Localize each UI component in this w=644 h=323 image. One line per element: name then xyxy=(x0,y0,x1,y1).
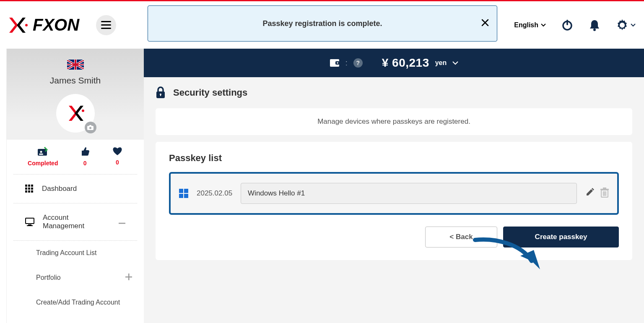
svg-rect-30 xyxy=(119,223,125,224)
profile-stats: Completed 0 0 xyxy=(13,140,137,175)
svg-point-14 xyxy=(89,127,91,129)
collapse-icon xyxy=(119,218,125,226)
stat-favs-value: 0 xyxy=(116,159,119,166)
balance-currency: yen xyxy=(435,59,447,67)
button-row: < Back Create passkey xyxy=(169,227,619,247)
lock-icon xyxy=(156,86,166,99)
svg-rect-23 xyxy=(31,188,33,190)
passkey-date: 2025.02.05 xyxy=(197,189,232,198)
chevron-down-icon[interactable] xyxy=(452,61,458,65)
nav-create-add-trading-account[interactable]: Create/Add Trading Account xyxy=(7,290,144,315)
nav-label: Trading Account List xyxy=(36,249,96,257)
delete-passkey-button[interactable] xyxy=(600,188,609,199)
svg-rect-45 xyxy=(605,191,606,196)
nav-dashboard[interactable]: Dashboard xyxy=(13,175,137,203)
avatar[interactable] xyxy=(56,94,95,133)
svg-point-0 xyxy=(25,24,28,26)
camera-icon xyxy=(87,125,93,130)
wallet-icon xyxy=(330,59,340,67)
sidebar-profile: James Smith xyxy=(7,49,144,140)
language-selector[interactable]: English xyxy=(514,21,546,29)
avatar-logo-icon xyxy=(65,102,86,124)
svg-rect-25 xyxy=(28,190,30,193)
pencil-icon xyxy=(585,188,595,197)
toast-close-button[interactable] xyxy=(481,18,489,29)
svg-rect-19 xyxy=(28,185,30,187)
svg-rect-42 xyxy=(603,188,606,189)
svg-point-16 xyxy=(40,151,42,153)
passkey-list-title: Passkey list xyxy=(169,153,619,164)
svg-rect-18 xyxy=(25,185,27,187)
windows-icon xyxy=(179,189,188,198)
toast-message: Passkey registration is complete. xyxy=(262,19,382,28)
passkey-row: 2025.02.05 Windows Hello #1 xyxy=(169,172,619,215)
chevron-down-icon xyxy=(541,23,546,27)
bell-icon[interactable] xyxy=(589,19,600,31)
power-icon[interactable] xyxy=(561,19,574,31)
settings-menu[interactable] xyxy=(615,18,636,32)
language-label: English xyxy=(514,21,538,29)
hamburger-icon xyxy=(101,21,111,29)
passkey-name-field[interactable]: Windows Hello #1 xyxy=(241,183,577,204)
thumbs-up-icon xyxy=(80,146,90,156)
gear-icon xyxy=(615,18,629,32)
page-heading: Security settings xyxy=(156,86,632,99)
heart-icon xyxy=(112,146,123,156)
svg-point-10 xyxy=(337,62,338,64)
stat-status-label: Completed xyxy=(28,160,58,167)
sidebar: James Smith Comp xyxy=(6,49,144,323)
svg-rect-3 xyxy=(101,28,111,29)
svg-rect-27 xyxy=(26,218,34,224)
svg-rect-43 xyxy=(603,191,604,196)
svg-rect-20 xyxy=(31,185,33,187)
svg-rect-35 xyxy=(160,94,161,96)
nav-account-management[interactable]: Account Management xyxy=(13,203,137,241)
close-icon xyxy=(481,18,489,27)
logo-mark-icon xyxy=(7,16,29,34)
camera-badge[interactable] xyxy=(85,122,96,133)
menu-toggle-button[interactable] xyxy=(96,15,116,35)
logo-text: FXON xyxy=(33,16,79,34)
toast-notification: Passkey registration is complete. xyxy=(148,5,497,42)
nav-label: Create/Add Trading Account xyxy=(36,299,120,306)
logo: FXON xyxy=(7,16,79,34)
svg-point-7 xyxy=(621,23,624,27)
info-banner: Manage devices where passkeys are regist… xyxy=(156,108,632,135)
create-passkey-button[interactable]: Create passkey xyxy=(503,227,619,247)
svg-rect-13 xyxy=(89,125,91,126)
svg-rect-2 xyxy=(101,24,111,26)
currency-symbol: ¥ xyxy=(382,56,389,69)
help-icon[interactable]: ? xyxy=(353,58,363,68)
svg-rect-29 xyxy=(27,225,33,226)
grid-icon xyxy=(25,185,34,193)
nav-portfolio[interactable]: Portfolio xyxy=(7,265,144,290)
back-button[interactable]: < Back xyxy=(425,227,497,247)
separator: : xyxy=(345,59,348,68)
svg-rect-21 xyxy=(25,188,27,190)
balance-bar: : ? ¥ 60,213 yen xyxy=(144,49,644,77)
page-title: Security settings xyxy=(173,87,247,98)
edit-passkey-button[interactable] xyxy=(585,188,595,199)
nav-label: Account Management xyxy=(43,214,110,230)
svg-rect-1 xyxy=(101,21,111,22)
svg-point-6 xyxy=(593,29,596,31)
nav-trading-account-list[interactable]: Trading Account List xyxy=(7,241,144,265)
flag-uk-icon xyxy=(67,60,84,70)
svg-rect-44 xyxy=(604,191,605,196)
nav-label: Dashboard xyxy=(42,185,77,193)
stat-likes[interactable]: 0 xyxy=(80,146,90,167)
sidebar-nav: Dashboard Account Management Trading Acc… xyxy=(7,175,144,315)
svg-rect-36 xyxy=(179,189,183,193)
expand-icon xyxy=(125,274,132,282)
svg-point-11 xyxy=(82,109,84,112)
main-content: Security settings Manage devices where p… xyxy=(144,77,644,323)
trash-icon xyxy=(600,188,609,198)
stat-likes-value: 0 xyxy=(83,160,87,167)
svg-rect-26 xyxy=(31,190,33,193)
stat-verification[interactable]: Completed xyxy=(28,146,58,167)
stat-favorites[interactable]: 0 xyxy=(112,146,123,167)
svg-rect-41 xyxy=(600,189,609,190)
id-card-icon xyxy=(37,146,49,156)
svg-rect-17 xyxy=(39,154,43,155)
svg-rect-24 xyxy=(25,190,27,193)
